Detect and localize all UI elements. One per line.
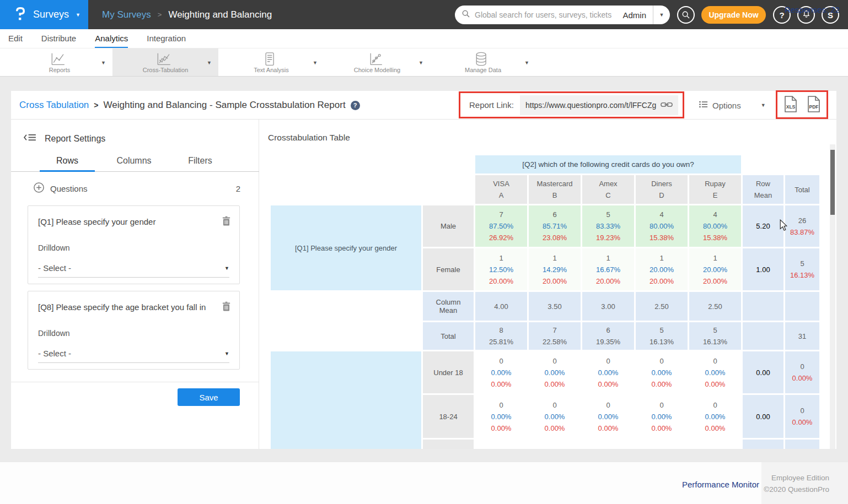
cell-line: 8 bbox=[476, 324, 526, 336]
toolbar-item-choice-modelling[interactable]: Choice Modelling▼ bbox=[324, 48, 430, 76]
chevron-down-icon[interactable]: ▼ bbox=[524, 60, 529, 66]
cell-line: 1 bbox=[637, 252, 686, 264]
chevron-down-icon[interactable]: ▼ bbox=[418, 60, 423, 66]
cell-line: A bbox=[476, 189, 526, 201]
cell-line: 4 bbox=[637, 209, 686, 220]
menu-item-edit[interactable]: Edit bbox=[8, 29, 23, 48]
toolbar-item-manage-data[interactable]: Manage Data▼ bbox=[430, 48, 536, 76]
data-cell: 619.35% bbox=[582, 322, 634, 350]
cell-line: 0.00% bbox=[476, 367, 526, 378]
row-mean-cell: 0.00 bbox=[743, 395, 783, 438]
cross-tabulation-link[interactable]: Cross Tabulation bbox=[19, 100, 89, 111]
cell-line: 0 bbox=[637, 355, 686, 367]
report-settings-panel: Report Settings RowsColumnsFilters Quest… bbox=[11, 120, 259, 449]
cell-line: 5 bbox=[690, 324, 740, 336]
link-icon[interactable] bbox=[661, 100, 673, 110]
export-xls-button[interactable]: XLS bbox=[783, 96, 798, 114]
search-button[interactable] bbox=[677, 6, 695, 24]
toolbar-item-cross-tabulation[interactable]: Cross-Tabulation▼ bbox=[112, 48, 218, 76]
menu-item-integration[interactable]: Integration bbox=[147, 29, 186, 48]
add-question-icon[interactable] bbox=[33, 182, 45, 196]
tab-rows[interactable]: Rows bbox=[40, 154, 95, 172]
data-cell: 00.00%0.00% bbox=[689, 351, 741, 393]
cell-line: Row bbox=[744, 178, 782, 189]
data-cell: 120.00%20.00% bbox=[636, 248, 688, 290]
chevron-down-icon[interactable]: ▼ bbox=[207, 60, 212, 66]
table-title: Crosstabulation Table bbox=[268, 133, 350, 143]
cell-line: 0.00% bbox=[530, 411, 579, 422]
chevron-down-icon[interactable]: ▼ bbox=[101, 60, 106, 66]
cell-line: 0 bbox=[530, 355, 579, 367]
sidebar-divider bbox=[11, 382, 259, 382]
total-cell: 516.13% bbox=[785, 248, 819, 290]
column-header: VISAA bbox=[475, 175, 527, 204]
column-header: AmexC bbox=[582, 175, 634, 204]
product-switcher[interactable]: Surveys ▼ bbox=[0, 0, 88, 29]
chevron-down-icon: ▼ bbox=[761, 102, 766, 108]
trash-icon[interactable] bbox=[221, 215, 232, 229]
options-dropdown[interactable]: Options ▼ bbox=[695, 91, 772, 120]
questions-row[interactable]: Questions 2 bbox=[33, 180, 243, 197]
drilldown-label: Drilldown bbox=[38, 243, 70, 252]
performance-monitor-link[interactable]: Performance Monitor bbox=[682, 480, 759, 489]
questionpro-logo-icon bbox=[14, 7, 26, 23]
row-label: Female bbox=[423, 248, 474, 290]
cell-line: 0.00% bbox=[786, 416, 818, 428]
toolbar-item-reports[interactable]: Reports▼ bbox=[7, 48, 112, 76]
row-mean-cell: 1.00 bbox=[743, 248, 783, 290]
row-label: Male bbox=[423, 205, 474, 247]
report-help-icon[interactable]: ? bbox=[351, 101, 360, 110]
top-bar: Surveys ▼ My Surveys > Weighting and Bal… bbox=[0, 0, 848, 29]
toolbar-item-label: Text Analysis bbox=[218, 67, 324, 73]
menu-item-distribute[interactable]: Distribute bbox=[41, 29, 76, 48]
total-cell: 31 bbox=[785, 322, 819, 350]
toolbar-item-text-analysis[interactable]: Text Analysis▼ bbox=[218, 48, 324, 76]
trash-icon[interactable] bbox=[221, 301, 232, 315]
tab-columns[interactable]: Columns bbox=[106, 154, 162, 172]
export-pdf-button[interactable]: PDF bbox=[807, 96, 821, 114]
upgrade-now-button[interactable]: Upgrade Now bbox=[701, 6, 766, 24]
cell-line: 20.00% bbox=[476, 275, 526, 287]
cell-line: 80.00% bbox=[637, 220, 686, 232]
analytics-toolbar: Reports▼Cross-Tabulation▼Text Analysis▼C… bbox=[0, 48, 848, 77]
data-cell: 516.13% bbox=[636, 322, 688, 350]
data-cell: 2.50 bbox=[636, 292, 688, 321]
cell-line: 5 bbox=[583, 209, 633, 220]
drilldown-select[interactable]: - Select -▼ bbox=[38, 259, 229, 278]
cell-line: 87.50% bbox=[476, 220, 526, 232]
breadcrumb-parent-link[interactable]: My Surveys bbox=[102, 9, 151, 20]
table-header-group-row: [Q2] which of the following credit cards… bbox=[271, 155, 819, 174]
search-input[interactable] bbox=[475, 10, 616, 19]
cell-line: 83.33% bbox=[583, 220, 633, 232]
data-cell: 00.00%0.00% bbox=[689, 395, 741, 438]
cell-line: Mastercard bbox=[530, 178, 579, 189]
cell-line: 0.00% bbox=[637, 422, 686, 434]
cell-line: 0.00% bbox=[583, 411, 633, 422]
collapse-panel-icon[interactable] bbox=[23, 133, 37, 144]
report-panel: Cross Tabulation > Weighting and Balanci… bbox=[11, 91, 836, 449]
cell-line: 0.00% bbox=[476, 411, 526, 422]
report-link-input[interactable] bbox=[525, 101, 661, 110]
scrollbar-thumb[interactable] bbox=[830, 150, 835, 215]
cell-line: 85.71% bbox=[530, 220, 579, 232]
drilldown-select[interactable]: - Select -▼ bbox=[38, 344, 229, 363]
data-cell: 685.71%23.08% bbox=[529, 205, 581, 247]
chevron-down-icon[interactable]: ▼ bbox=[313, 60, 318, 66]
save-button[interactable]: Save bbox=[178, 388, 240, 406]
cell-line: 0.00% bbox=[530, 422, 579, 434]
cell-line: 23.08% bbox=[530, 232, 579, 243]
data-cell: 2.50 bbox=[689, 292, 741, 321]
row-mean-cell bbox=[743, 440, 783, 449]
cell-line: 6 bbox=[583, 324, 633, 336]
cell-line: 1 bbox=[690, 252, 740, 264]
vertical-scrollbar[interactable] bbox=[830, 144, 835, 449]
toolbar-item-label: Reports bbox=[7, 67, 112, 73]
tab-filters[interactable]: Filters bbox=[173, 154, 228, 172]
cell-line: 3.00 bbox=[583, 301, 633, 312]
data-cell: 583.33%19.23% bbox=[582, 205, 634, 247]
cell-line: 0.00% bbox=[583, 367, 633, 378]
toolbar-item-label: Choice Modelling bbox=[324, 67, 430, 73]
menu-item-analytics[interactable]: Analytics bbox=[95, 29, 128, 48]
product-label: Surveys bbox=[33, 9, 69, 20]
search-scope-dropdown[interactable]: ▼ bbox=[653, 12, 670, 18]
